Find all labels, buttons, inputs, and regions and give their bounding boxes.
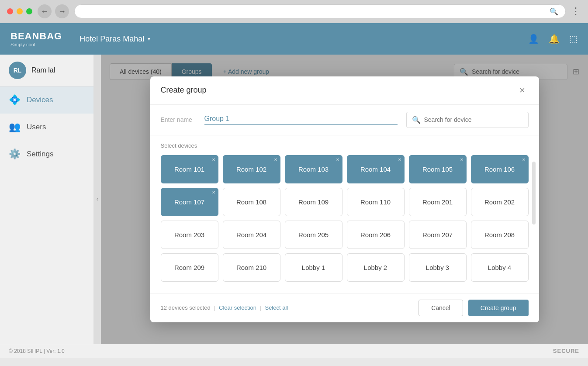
url-bar[interactable]: 🔍 (74, 4, 566, 18)
device-tile-r102[interactable]: ✕Room 102 (223, 155, 280, 183)
main-panel: All devices (40) Groups + Add new group … (101, 55, 588, 344)
app-footer: © 2018 SIHPL | Ver: 1.0 SECURE (0, 344, 588, 358)
remove-icon[interactable]: ✕ (212, 190, 215, 195)
device-tile-r203[interactable]: Room 203 (161, 221, 218, 249)
remove-icon[interactable]: ✕ (212, 157, 215, 162)
modal-name-row: Enter name 🔍 (150, 105, 539, 135)
hotel-name: Hotel Paras Mahal (80, 35, 144, 44)
device-label: Room 110 (360, 198, 391, 206)
device-label: Room 102 (236, 166, 266, 173)
device-tile-r206[interactable]: Room 206 (347, 221, 405, 249)
footer-right: Cancel Create group (419, 300, 528, 316)
remove-icon[interactable]: ✕ (522, 157, 526, 162)
enter-name-label: Enter name (161, 116, 196, 123)
device-label: Room 206 (360, 231, 391, 238)
modal-header: Create group × (150, 76, 539, 105)
remove-icon[interactable]: ✕ (274, 157, 277, 162)
sidebar-item-label: Devices (27, 96, 53, 104)
remove-icon[interactable]: ✕ (398, 157, 401, 162)
device-label: Room 207 (422, 231, 453, 238)
remove-icon[interactable]: ✕ (336, 157, 339, 162)
device-tile-r204[interactable]: Room 204 (223, 221, 280, 249)
logout-icon[interactable]: ⬚ (569, 34, 578, 44)
footer-left: 12 devices selected | Clear selection | … (161, 304, 288, 311)
device-label: Room 104 (360, 166, 391, 173)
forward-button[interactable]: → (55, 4, 69, 18)
user-icon[interactable]: 👤 (528, 34, 539, 44)
footer-sep: | (214, 304, 215, 311)
logo-area: BEANBAG Simply cool (10, 31, 62, 47)
modal-scrollbar[interactable] (532, 162, 536, 224)
device-tile-l2[interactable]: Lobby 2 (347, 253, 405, 282)
browser-dots (7, 8, 32, 14)
modal-body: Select devices ✕Room 101✕Room 102✕Room 1… (150, 135, 539, 293)
user-name: Ram lal (31, 66, 55, 74)
device-label: Room 105 (422, 166, 453, 173)
settings-icon: ⚙️ (9, 148, 21, 160)
sidebar-item-devices[interactable]: 💠 Devices (0, 86, 93, 114)
hotel-selector[interactable]: Hotel Paras Mahal ▾ (80, 35, 150, 44)
modal-search-bar[interactable]: 🔍 (406, 112, 529, 128)
copyright: © 2018 SIHPL | Ver: 1.0 (9, 348, 65, 354)
create-group-modal: Create group × Enter name 🔍 (150, 76, 539, 322)
footer-sep2: | (260, 304, 261, 311)
modal-search-input[interactable] (424, 116, 523, 123)
device-tile-r207[interactable]: Room 207 (409, 221, 467, 249)
sidebar-item-settings[interactable]: ⚙️ Settings (0, 141, 93, 168)
cancel-button[interactable]: Cancel (419, 300, 463, 316)
devices-grid: ✕Room 101✕Room 102✕Room 103✕Room 104✕Roo… (161, 155, 529, 282)
device-tile-r105[interactable]: ✕Room 105 (409, 155, 467, 183)
device-label: Room 209 (174, 264, 204, 271)
header-right: 👤 🔔 ⬚ (528, 34, 578, 44)
dot-yellow[interactable] (17, 8, 23, 14)
dot-red[interactable] (7, 8, 13, 14)
device-tile-r202[interactable]: Room 202 (471, 188, 529, 216)
modal-footer: 12 devices selected | Clear selection | … (150, 293, 539, 322)
device-tile-r205[interactable]: Room 205 (285, 221, 342, 249)
device-label: Lobby 3 (426, 264, 449, 271)
device-tile-r108[interactable]: Room 108 (223, 188, 280, 216)
modal-search-icon: 🔍 (412, 116, 421, 124)
remove-icon[interactable]: ✕ (460, 157, 463, 162)
device-tile-r104[interactable]: ✕Room 104 (347, 155, 405, 183)
logo-brand: BEANBAG (10, 31, 62, 42)
device-tile-l3[interactable]: Lobby 3 (409, 253, 467, 282)
device-tile-r209[interactable]: Room 209 (161, 253, 218, 282)
logo-tagline: Simply cool (10, 42, 62, 47)
create-group-button[interactable]: Create group (468, 300, 529, 316)
dot-green[interactable] (26, 8, 32, 14)
device-tile-r109[interactable]: Room 109 (285, 188, 342, 216)
device-label: Lobby 4 (488, 264, 511, 271)
sidebar-item-users[interactable]: 👥 Users (0, 114, 93, 141)
device-label: Lobby 1 (302, 264, 325, 271)
device-tile-l1[interactable]: Lobby 1 (285, 253, 342, 282)
browser-menu-icon[interactable]: ⋮ (571, 6, 581, 17)
close-button[interactable]: × (516, 84, 529, 97)
device-tile-r106[interactable]: ✕Room 106 (471, 155, 529, 183)
avatar: RL (9, 62, 26, 79)
app-header: BEANBAG Simply cool Hotel Paras Mahal ▾ … (0, 23, 588, 55)
device-label: Room 201 (422, 198, 453, 206)
clear-selection-link[interactable]: Clear selection (219, 304, 256, 311)
url-input[interactable] (82, 8, 550, 15)
overlay[interactable]: Create group × Enter name 🔍 (101, 55, 588, 344)
device-tile-r110[interactable]: Room 110 (347, 188, 405, 216)
device-label: Room 210 (236, 264, 266, 271)
device-tile-l4[interactable]: Lobby 4 (471, 253, 529, 282)
group-name-input[interactable] (204, 115, 398, 125)
user-area: RL Ram lal (0, 55, 93, 86)
device-tile-r103[interactable]: ✕Room 103 (285, 155, 342, 183)
device-label: Room 108 (236, 198, 266, 206)
select-all-link[interactable]: Select all (265, 304, 288, 311)
bell-icon[interactable]: 🔔 (549, 34, 560, 44)
back-button[interactable]: ← (38, 4, 52, 18)
chevron-down-icon: ▾ (148, 36, 150, 42)
select-devices-label: Select devices (161, 142, 529, 149)
device-tile-r107[interactable]: ✕Room 107 (161, 188, 218, 216)
sidebar-collapse-btn[interactable]: ‹ (94, 55, 101, 344)
device-tile-r208[interactable]: Room 208 (471, 221, 529, 249)
device-tile-r210[interactable]: Room 210 (223, 253, 280, 282)
device-tile-r101[interactable]: ✕Room 101 (161, 155, 218, 183)
device-tile-r201[interactable]: Room 201 (409, 188, 467, 216)
device-label: Room 109 (298, 198, 329, 206)
